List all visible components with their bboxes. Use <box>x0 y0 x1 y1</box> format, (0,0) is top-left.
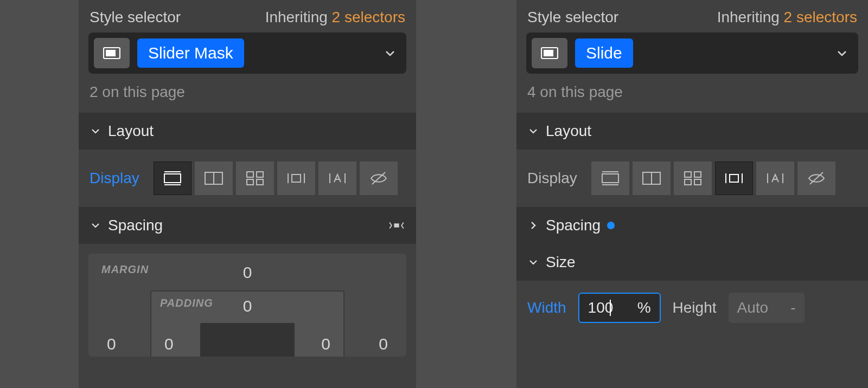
svg-rect-10 <box>257 179 263 185</box>
svg-rect-28 <box>694 179 701 185</box>
selector-field[interactable]: Slider Mask <box>88 33 406 74</box>
margin-top-value[interactable]: 0 <box>243 263 252 282</box>
chevron-down-icon[interactable] <box>382 46 398 61</box>
section-layout-header[interactable]: Layout <box>79 113 416 150</box>
style-panel-right: Style selector Inheriting 2 selectors Sl… <box>516 0 868 388</box>
padding-right-value[interactable]: 0 <box>321 335 330 353</box>
display-row: Display <box>516 150 868 207</box>
margin-left-value[interactable]: 0 <box>107 335 116 353</box>
spacing-box[interactable]: MARGIN 0 PADDING 0 0 0 0 0 <box>88 254 406 357</box>
style-selector-header: Style selector Inheriting 2 selectors <box>516 0 868 33</box>
margin-label: MARGIN <box>101 263 149 276</box>
display-inline-block-button[interactable] <box>715 161 753 195</box>
svg-rect-27 <box>685 179 691 185</box>
section-size-header[interactable]: Size <box>516 244 868 281</box>
width-label[interactable]: Width <box>527 299 566 316</box>
section-spacing-header[interactable]: Spacing <box>79 207 416 244</box>
svg-rect-7 <box>247 172 253 177</box>
size-row: Width 100 % Height Auto - <box>516 281 868 335</box>
width-unit[interactable]: % <box>637 299 651 316</box>
display-none-button[interactable] <box>360 161 398 195</box>
svg-rect-20 <box>602 174 618 183</box>
display-inline-block-button[interactable] <box>277 161 315 195</box>
display-grid-button[interactable] <box>674 161 712 195</box>
chevron-right-icon <box>527 220 539 231</box>
content-box <box>200 323 295 357</box>
display-none-button[interactable] <box>797 161 835 195</box>
height-unit[interactable]: - <box>790 299 795 316</box>
svg-rect-31 <box>730 174 738 182</box>
margin-right-value[interactable]: 0 <box>379 335 388 353</box>
on-page-count: 2 on this page <box>79 81 416 113</box>
inheriting-info: Inheriting 2 selectors <box>265 9 405 26</box>
svg-rect-25 <box>685 172 691 177</box>
height-value: Auto <box>737 299 769 316</box>
style-selector-title: Style selector <box>527 9 618 26</box>
padding-left-value[interactable]: 0 <box>164 335 174 353</box>
chevron-down-icon <box>527 257 539 268</box>
inheriting-label: Inheriting <box>717 9 780 25</box>
chevron-down-icon <box>90 126 101 137</box>
chevron-down-icon <box>90 220 101 231</box>
svg-rect-19 <box>544 50 553 56</box>
spacing-expand-icon[interactable] <box>388 218 405 233</box>
height-input[interactable]: Auto - <box>729 293 805 323</box>
svg-rect-9 <box>247 179 253 185</box>
display-block-button[interactable] <box>154 161 192 195</box>
style-selector-header: Style selector Inheriting 2 selectors <box>79 0 416 33</box>
display-label[interactable]: Display <box>90 170 139 187</box>
section-layout-header[interactable]: Layout <box>516 113 868 150</box>
display-button-group <box>154 161 398 195</box>
inheriting-info: Inheriting 2 selectors <box>717 9 857 26</box>
inheriting-count[interactable]: 2 selectors <box>784 9 857 25</box>
style-panel-left: Style selector Inheriting 2 selectors Sl… <box>79 0 416 388</box>
svg-rect-13 <box>292 174 301 182</box>
svg-rect-2 <box>164 174 181 183</box>
padding-box[interactable]: PADDING 0 <box>150 290 344 357</box>
chevron-down-icon <box>527 126 539 137</box>
display-inline-button[interactable] <box>318 161 356 195</box>
display-row: Display <box>79 150 416 207</box>
section-title: Layout <box>546 122 591 140</box>
text-caret-icon <box>610 300 611 316</box>
width-input[interactable]: 100 % <box>578 293 661 323</box>
svg-rect-17 <box>394 223 399 227</box>
padding-label: PADDING <box>160 297 213 309</box>
selector-field[interactable]: Slide <box>526 33 858 74</box>
class-pill[interactable]: Slide <box>575 38 633 68</box>
height-label[interactable]: Height <box>673 299 717 316</box>
modified-indicator-icon <box>607 222 615 229</box>
breakpoint-icon[interactable] <box>94 38 130 68</box>
section-title: Layout <box>108 122 154 140</box>
inheriting-count[interactable]: 2 selectors <box>332 9 405 25</box>
width-value: 100 <box>588 299 614 316</box>
section-title: Size <box>546 254 575 271</box>
breakpoint-icon[interactable] <box>532 38 567 68</box>
section-spacing-header[interactable]: Spacing <box>516 207 868 244</box>
svg-rect-8 <box>257 172 263 177</box>
inheriting-label: Inheriting <box>265 9 328 25</box>
svg-rect-26 <box>694 172 701 177</box>
on-page-count: 4 on this page <box>516 81 868 113</box>
class-pill[interactable]: Slider Mask <box>137 38 244 68</box>
section-title: Spacing <box>546 217 601 234</box>
chevron-down-icon[interactable] <box>834 46 850 61</box>
display-button-group <box>591 161 835 195</box>
padding-top-value[interactable]: 0 <box>243 297 252 315</box>
display-label[interactable]: Display <box>527 170 577 187</box>
style-selector-title: Style selector <box>90 9 181 26</box>
display-block-button[interactable] <box>591 161 629 195</box>
display-grid-button[interactable] <box>236 161 274 195</box>
svg-rect-1 <box>106 50 116 56</box>
display-flex-button[interactable] <box>633 161 671 195</box>
section-title: Spacing <box>108 217 163 234</box>
display-flex-button[interactable] <box>195 161 233 195</box>
display-inline-button[interactable] <box>756 161 794 195</box>
